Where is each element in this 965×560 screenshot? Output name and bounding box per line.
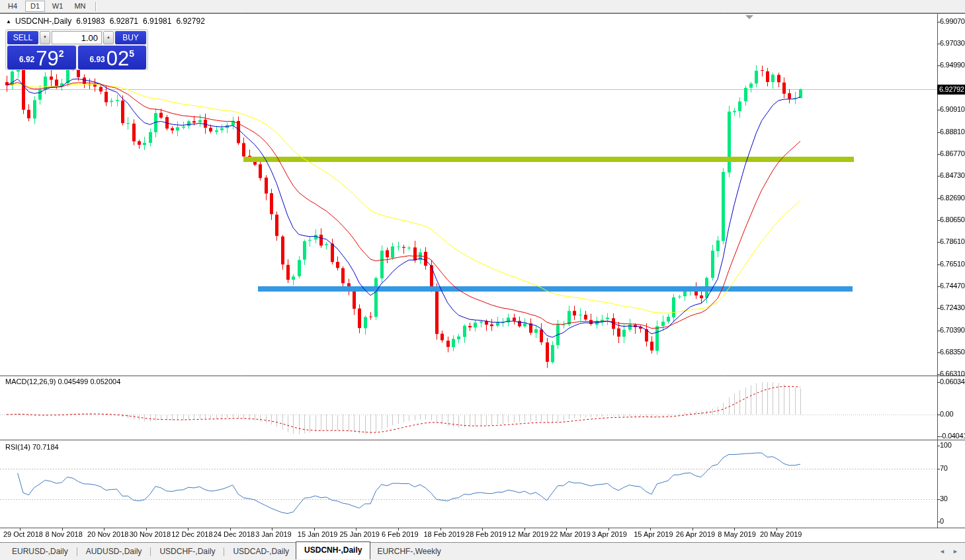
toolbar-separator [95,2,97,11]
timeframe-button-H4[interactable]: H4 [3,1,22,12]
tab-usdcaddaily[interactable]: USDCAD-,Daily [226,543,296,559]
sell-price-big: 79 [36,49,58,69]
timeframe-button-D1[interactable]: D1 [25,1,45,12]
sell-price-sup: 2 [59,48,64,59]
buy-button[interactable]: BUY [115,31,146,44]
spin-up-icon: ▲ [106,35,110,39]
sell-button[interactable]: SELL [7,31,38,44]
tab-eurusddaily[interactable]: EURUSD-,Daily [5,543,75,559]
chart-tab-bar: EURUSD-,DailyAUDUSD-,DailyUSDCHF-,DailyU… [0,542,965,560]
volume-input[interactable] [52,31,102,44]
sell-price-box[interactable]: 6.92 79 2 [7,46,76,69]
volume-increase-button[interactable]: ▲ [103,31,114,44]
chart-plot-area[interactable] [0,0,965,560]
tabs-scroll-right-icon[interactable]: ► [952,548,958,555]
buy-price-small: 6.93 [89,55,105,64]
chart-tabs: EURUSD-,DailyAUDUSD-,DailyUSDCHF-,DailyU… [5,543,448,560]
spin-down-icon: ▼ [43,35,47,39]
tabs-scroll-left-icon[interactable]: ◄ [939,548,945,555]
timeframe-toolbar: H4D1W1MN [0,0,965,13]
tab-separator [224,547,224,556]
tab-separator [77,547,77,556]
buy-price-big: 02 [106,49,129,69]
one-click-trade-panel: SELL ▼ ▲ BUY 6.92 79 2 6.93 02 5 [5,29,148,70]
tab-audusddaily[interactable]: AUDUSD-,Daily [79,543,149,559]
tab-usdcnhdaily[interactable]: USDCNH-,Daily [296,541,370,559]
volume-decrease-button[interactable]: ▼ [40,31,50,44]
buy-price-box[interactable]: 6.93 02 5 [78,46,147,69]
timeframe-buttons: H4D1W1MN [0,1,90,12]
timeframe-button-W1[interactable]: W1 [48,1,67,12]
buy-price-sup: 5 [129,48,134,59]
tab-usdchfdaily[interactable]: USDCHF-,Daily [153,543,222,559]
tab-eurchfweekly[interactable]: EURCHF-,Weekly [370,543,447,559]
sell-price-small: 6.92 [19,55,34,64]
timeframe-button-MN[interactable]: MN [70,1,90,12]
tab-separator [150,547,151,556]
